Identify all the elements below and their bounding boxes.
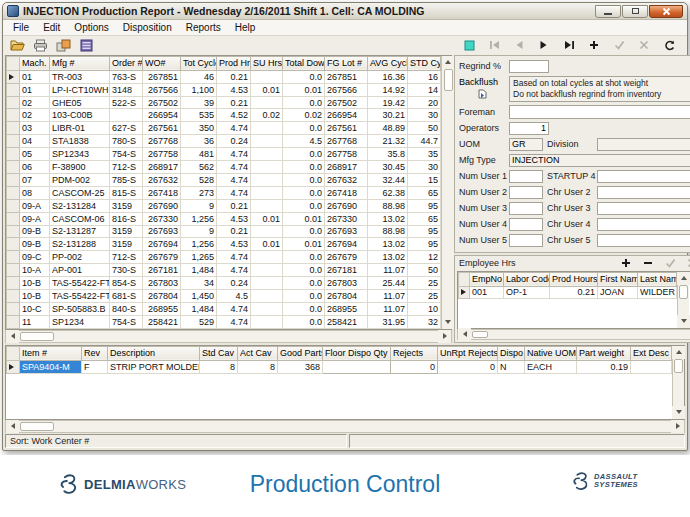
cell[interactable]: 267181 bbox=[325, 264, 368, 277]
cell[interactable]: 4.53 bbox=[217, 238, 251, 251]
cell[interactable]: 35.8 bbox=[368, 148, 408, 161]
cell[interactable]: 10-C bbox=[20, 302, 50, 315]
cell[interactable]: 8 bbox=[238, 360, 278, 373]
table-row[interactable]: 06 F-38900 712-S 268917 562 4.74 0.0 268… bbox=[7, 161, 441, 174]
cell[interactable]: 32.44 bbox=[368, 173, 408, 186]
table-row[interactable]: 09-B S2-131287 3159 267693 9 0.21 0.0 26… bbox=[7, 225, 441, 238]
cell[interactable]: 21.32 bbox=[368, 135, 408, 148]
cell[interactable]: 267758 bbox=[325, 148, 368, 161]
cell[interactable]: 9 bbox=[181, 225, 217, 238]
cell[interactable]: 32 bbox=[408, 315, 441, 328]
cell[interactable]: 368 bbox=[278, 360, 323, 373]
cell[interactable]: 0.21 bbox=[217, 199, 251, 212]
uom-input[interactable] bbox=[509, 138, 543, 151]
column-header[interactable]: WO# bbox=[143, 56, 181, 70]
cell[interactable] bbox=[631, 360, 672, 373]
table-row[interactable]: 08 CASCOM-25 815-S 267418 273 4.74 0.0 2… bbox=[7, 186, 441, 199]
cell[interactable]: 4.74 bbox=[217, 315, 251, 328]
cell[interactable]: 09-A bbox=[20, 199, 50, 212]
cell[interactable]: 754-S bbox=[110, 315, 143, 328]
chr-user-input[interactable] bbox=[597, 202, 690, 215]
cell[interactable]: 267851 bbox=[143, 70, 181, 83]
scroll-up-icon[interactable] bbox=[672, 346, 685, 359]
cell[interactable]: S2-131287 bbox=[50, 225, 110, 238]
cell[interactable]: LP-I-CT10WH bbox=[50, 83, 110, 96]
cell[interactable]: 815-S bbox=[110, 186, 143, 199]
cell[interactable]: 0.0 bbox=[283, 289, 325, 302]
chr-user-input[interactable] bbox=[597, 186, 690, 199]
cell[interactable]: 0.0 bbox=[283, 173, 325, 186]
cell[interactable]: 88.98 bbox=[368, 199, 408, 212]
cell[interactable]: 1,450 bbox=[181, 289, 217, 302]
cell[interactable]: 001 bbox=[470, 286, 504, 298]
close-button[interactable] bbox=[649, 5, 683, 18]
cell[interactable]: 3159 bbox=[110, 238, 143, 251]
cell[interactable]: EACH bbox=[525, 360, 577, 373]
cell[interactable]: CASCOM-06 bbox=[50, 212, 110, 225]
insert-record-icon[interactable] bbox=[588, 39, 600, 51]
column-header[interactable]: SU Hrs bbox=[251, 56, 283, 70]
table-row[interactable]: 10-B TAS-55422-FT 681-S 267804 1,450 4.5… bbox=[7, 289, 441, 302]
delete-record-icon[interactable] bbox=[642, 257, 654, 269]
cell[interactable]: 01 bbox=[20, 83, 50, 96]
cell[interactable]: 09-B bbox=[20, 225, 50, 238]
cell[interactable]: 267693 bbox=[325, 225, 368, 238]
cell[interactable]: 30 bbox=[408, 109, 441, 122]
cell[interactable]: 4.74 bbox=[217, 173, 251, 186]
cell[interactable]: 12 bbox=[408, 251, 441, 264]
cell[interactable]: 0.0 bbox=[283, 148, 325, 161]
column-header[interactable]: Description bbox=[108, 346, 200, 360]
cell[interactable] bbox=[251, 70, 283, 83]
table-row[interactable]: 09-C PP-002 712-S 267679 1,265 4.74 0.0 … bbox=[7, 251, 441, 264]
cell[interactable]: 103-C00B bbox=[50, 109, 110, 122]
cell[interactable]: 267803 bbox=[143, 277, 181, 290]
column-header[interactable]: Last Name bbox=[638, 272, 677, 286]
cell[interactable]: 730-S bbox=[110, 264, 143, 277]
scroll-up-icon[interactable] bbox=[442, 56, 455, 69]
cell[interactable]: 1,265 bbox=[181, 251, 217, 264]
table-row[interactable]: 09-A S2-131284 3159 267690 9 0.21 0.0 26… bbox=[7, 199, 441, 212]
cell[interactable]: 30 bbox=[408, 161, 441, 174]
first-record-icon[interactable] bbox=[488, 39, 500, 51]
cell[interactable]: 10-B bbox=[20, 277, 50, 290]
refresh-icon[interactable] bbox=[663, 39, 675, 51]
cell[interactable]: 4.74 bbox=[217, 251, 251, 264]
cancel-edit-icon[interactable] bbox=[686, 257, 690, 269]
cell[interactable]: 31.95 bbox=[368, 315, 408, 328]
table-row[interactable]: 02 GHE05 522-S 267502 39 0.21 0.0 267502 bbox=[7, 96, 441, 109]
cell[interactable]: 03 bbox=[20, 122, 50, 135]
table-row[interactable]: 01 TR-003 763-S 267851 46 0.21 0.0 26785… bbox=[7, 70, 441, 83]
cell[interactable]: 267566 bbox=[143, 83, 181, 96]
cell[interactable]: 273 bbox=[181, 186, 217, 199]
cell[interactable]: 0.01 bbox=[283, 212, 325, 225]
column-header[interactable]: Native UOM bbox=[525, 346, 577, 360]
cell[interactable]: 562 bbox=[181, 161, 217, 174]
cell[interactable]: F bbox=[82, 360, 108, 373]
cell[interactable]: 07 bbox=[20, 173, 50, 186]
cell[interactable]: 0.0 bbox=[283, 70, 325, 83]
cell[interactable]: 267804 bbox=[143, 289, 181, 302]
cell[interactable]: 95 bbox=[408, 199, 441, 212]
cell[interactable]: S2-131288 bbox=[50, 238, 110, 251]
cell[interactable]: 9 bbox=[181, 199, 217, 212]
cell[interactable]: 258421 bbox=[325, 315, 368, 328]
menu-item[interactable]: Help bbox=[228, 21, 263, 34]
table-row[interactable]: 10-B TAS-55422-FT 854-S 267803 34 0.24 0… bbox=[7, 277, 441, 290]
cell[interactable]: 763-S bbox=[110, 70, 143, 83]
cell[interactable]: 0.0 bbox=[283, 315, 325, 328]
cell[interactable]: 267694 bbox=[143, 238, 181, 251]
cell[interactable]: 4.5 bbox=[283, 135, 325, 148]
chr-user-input[interactable] bbox=[597, 218, 690, 231]
cell[interactable]: 35 bbox=[408, 148, 441, 161]
scroll-right-icon[interactable] bbox=[438, 330, 451, 343]
cell[interactable]: 0.0 bbox=[283, 302, 325, 315]
mfg-type-input[interactable] bbox=[509, 154, 690, 167]
cell[interactable]: 528 bbox=[181, 173, 217, 186]
column-header[interactable]: Part weight bbox=[577, 346, 631, 360]
cell[interactable]: 780-S bbox=[110, 135, 143, 148]
post-edit-icon[interactable] bbox=[613, 39, 625, 51]
cell[interactable]: 34 bbox=[181, 277, 217, 290]
cell[interactable]: 4.5 bbox=[217, 289, 251, 302]
cell[interactable]: JOAN bbox=[598, 286, 638, 298]
column-header[interactable]: Rev bbox=[82, 346, 108, 360]
